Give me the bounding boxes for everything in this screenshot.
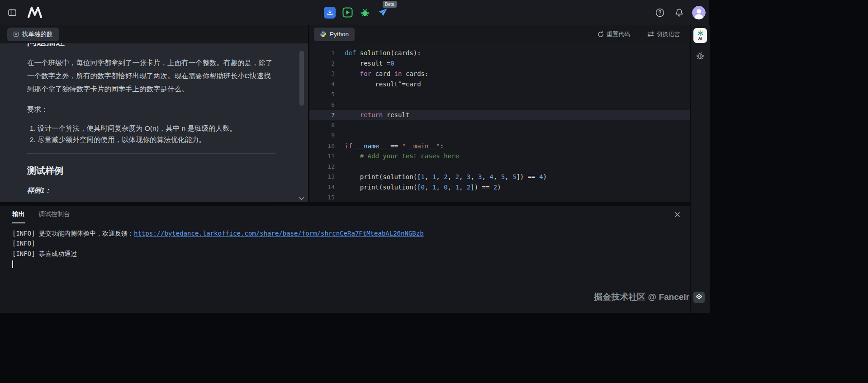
header-right xyxy=(654,0,706,25)
console-input-line[interactable] xyxy=(12,259,690,269)
sample-label: 样例1： xyxy=(27,186,275,195)
reset-code-label: 重置代码 xyxy=(607,30,630,38)
header: Beta xyxy=(0,0,709,25)
requirement-item: 设计一个算法，使其时间复杂度为 O(n)，其中 n 是班级的人数。 xyxy=(38,123,275,134)
code-line[interactable]: 6 xyxy=(309,99,690,110)
console-panel: 输出 调试控制台 [INFO] 提交功能内测体验中，欢迎反馈：https://b… xyxy=(0,206,690,313)
scrollbar-thumb[interactable] xyxy=(299,51,304,106)
play-icon xyxy=(342,7,353,18)
code-line[interactable]: 2 result =0 xyxy=(309,58,690,69)
divider xyxy=(27,153,275,154)
ai-assistant-button[interactable]: AI xyxy=(693,28,707,43)
code-line[interactable]: 11 # Add your test cases here xyxy=(309,151,690,161)
feedback-link[interactable]: https://bytedance.larkoffice.com/share/b… xyxy=(134,230,424,237)
juejin-logo-icon xyxy=(693,292,705,303)
console-splitter[interactable] xyxy=(0,202,690,206)
line-number[interactable]: 5 xyxy=(309,91,335,98)
sidebar-toggle-icon xyxy=(8,9,16,16)
help-button[interactable] xyxy=(654,6,666,19)
line-content: # Add your test cases here xyxy=(335,152,459,160)
language-tab[interactable]: Python xyxy=(314,28,355,41)
line-number[interactable]: 7 xyxy=(309,112,335,118)
avatar[interactable] xyxy=(692,6,706,19)
code-line[interactable]: 4 result^=card xyxy=(309,79,690,89)
code-line[interactable]: 15 xyxy=(309,192,690,202)
code-line[interactable]: 12 xyxy=(309,161,690,172)
editor-tabstrip: Python 重置代码 xyxy=(309,25,690,43)
scroll-down-button[interactable] xyxy=(299,197,304,200)
sidebar-toggle-button[interactable] xyxy=(6,7,18,18)
line-number[interactable]: 9 xyxy=(309,132,335,139)
marscode-logo xyxy=(27,6,43,19)
code-line[interactable]: 3 for card in cards: xyxy=(309,69,690,79)
switch-language-icon xyxy=(647,31,654,37)
line-content: return result xyxy=(335,111,409,118)
save-icon xyxy=(327,9,333,15)
code-line[interactable]: 13 print(solution([1, 1, 2, 2, 3, 3, 4, … xyxy=(309,172,690,182)
line-content: result =0 xyxy=(335,60,394,67)
requirements-list: 设计一个算法，使其时间复杂度为 O(n)，其中 n 是班级的人数。尽量减少额外空… xyxy=(27,123,275,145)
requirement-item: 尽量减少额外空间的使用，以体现你的算法优化能力。 xyxy=(38,134,275,145)
line-number[interactable]: 3 xyxy=(309,70,335,77)
problem-tab-label: 找单独的数 xyxy=(22,30,53,38)
ai-sparkle-icon xyxy=(697,30,703,36)
notifications-button[interactable] xyxy=(673,6,685,19)
submit-button[interactable] xyxy=(377,7,389,19)
code-line[interactable]: 14 print(solution([0, 1, 0, 1, 2]) == 2) xyxy=(309,182,690,192)
problem-content: 问题描述 在一个班级中，每位同学都拿到了一张卡片，上面有一个整数。有趣的是，除了… xyxy=(0,43,308,202)
line-number[interactable]: 4 xyxy=(309,80,335,87)
line-number[interactable]: 15 xyxy=(309,194,335,201)
problem-tab[interactable]: 找单独的数 xyxy=(7,28,59,41)
watermark-text: 掘金技术社区 @ Fanceir xyxy=(594,291,689,303)
reset-code-button[interactable]: 重置代码 xyxy=(595,30,633,39)
code-line[interactable]: 10if __name__ == "__main__": xyxy=(309,141,690,151)
code-line[interactable]: 7 return result xyxy=(309,110,690,120)
console-cursor xyxy=(12,260,13,268)
switch-language-label: 切换语言 xyxy=(657,30,680,38)
line-number[interactable]: 11 xyxy=(309,153,335,160)
line-number[interactable]: 14 xyxy=(309,184,335,190)
chevron-down-icon xyxy=(299,197,304,200)
debug-button[interactable] xyxy=(359,7,371,19)
code-line[interactable]: 5 xyxy=(309,89,690,99)
line-content: for card in cards: xyxy=(335,70,428,77)
line-number[interactable]: 8 xyxy=(309,122,335,128)
close-console-button[interactable] xyxy=(674,212,680,218)
line-number[interactable]: 6 xyxy=(309,101,335,108)
samples-heading: 测试样例 xyxy=(27,164,275,177)
line-number[interactable]: 12 xyxy=(309,163,335,170)
line-number[interactable]: 10 xyxy=(309,142,335,149)
line-content: print(solution([1, 1, 2, 2, 3, 3, 4, 5, … xyxy=(335,173,547,180)
switch-language-button[interactable]: 切换语言 xyxy=(645,30,683,39)
beta-badge: Beta xyxy=(383,1,397,8)
header-actions: Beta xyxy=(324,0,389,25)
reset-icon xyxy=(598,31,604,38)
console-log-line: [INFO] 提交功能内测体验中，欢迎反馈：https://bytedance.… xyxy=(12,228,690,238)
line-content: print(solution([0, 1, 0, 1, 2]) == 2) xyxy=(335,184,501,191)
code-line[interactable]: 1def solution(cards): xyxy=(309,48,690,58)
console-log-line: [INFO] xyxy=(12,238,690,248)
python-icon xyxy=(320,31,327,38)
line-content: if __name__ == "__main__": xyxy=(335,142,444,150)
app-window: Beta xyxy=(0,0,709,313)
code-line[interactable]: 9 xyxy=(309,130,690,141)
console-log-line: [INFO] 恭喜成功通过 xyxy=(12,249,690,259)
requirements-label: 要求： xyxy=(27,103,275,116)
run-button[interactable] xyxy=(342,7,353,19)
help-icon xyxy=(655,8,664,17)
tab-debug-console[interactable]: 调试控制台 xyxy=(38,206,70,223)
rail-debug-button[interactable] xyxy=(695,51,705,61)
code-editor[interactable]: 1def solution(cards):2 result =03 for ca… xyxy=(309,43,690,202)
tab-output[interactable]: 输出 xyxy=(12,206,25,223)
workspace: 找单独的数 问题描述 在一个班级中，每位同学都拿到了一张卡片，上面有一个整数。有… xyxy=(0,25,709,313)
close-icon xyxy=(674,212,680,218)
editor-panel: Python 重置代码 xyxy=(309,25,690,202)
line-number[interactable]: 1 xyxy=(309,50,335,57)
line-number[interactable]: 13 xyxy=(309,173,335,180)
code-line[interactable]: 8 xyxy=(309,120,690,131)
save-button[interactable] xyxy=(324,7,336,19)
ai-label: AI xyxy=(698,37,702,41)
line-number[interactable]: 2 xyxy=(309,60,335,67)
language-tab-label: Python xyxy=(330,31,349,38)
watermark: 掘金技术社区 @ Fanceir xyxy=(594,291,705,303)
